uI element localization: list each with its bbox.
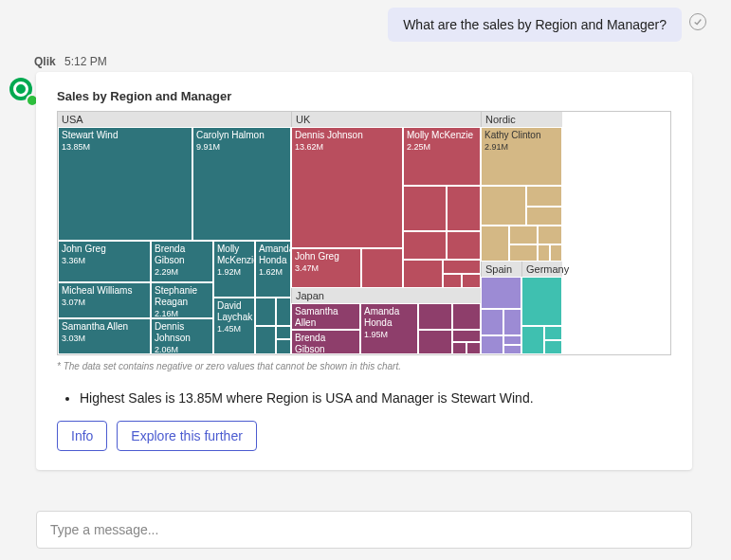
cell-usa-micheal[interactable]: Micheal Williams3.07M [58,282,151,318]
cell-nordic-small-9[interactable] [550,244,562,262]
cell-uk-small-6[interactable] [403,260,443,288]
cell-uk-dennis[interactable]: Dennis Johnson13.62M [291,127,403,248]
user-message-row: What are the sales by Region and Manager… [388,8,706,42]
cell-jp-small-2[interactable] [452,303,481,330]
cell-usa-small-3[interactable] [255,326,276,354]
message-composer[interactable]: Type a message... [36,511,692,549]
cell-usa-johngreg[interactable]: John Greg3.36M [58,241,151,282]
cell-usa-small-1[interactable] [255,298,276,326]
bot-name: Qlik [34,55,56,68]
insights-list: Highest Sales is 13.85M where Region is … [80,390,671,406]
explore-button[interactable]: Explore this further [117,421,257,451]
cell-uk-molly[interactable]: Molly McKenzie2.25M [403,127,481,186]
cell-germany-1[interactable] [521,277,562,326]
chart-title: Sales by Region and Manager [57,89,671,103]
cell-usa-samantha[interactable]: Samantha Allen3.03M [58,318,151,354]
card-actions: Info Explore this further [57,421,671,451]
cell-nordic-small-1[interactable] [481,186,526,226]
cell-spain-6[interactable] [503,345,521,354]
cell-jp-samantha[interactable]: Samantha Allen2.3M [291,303,360,330]
cell-nordic-small-8[interactable] [538,244,550,262]
cell-germany-3[interactable] [544,326,562,340]
bot-time: 5:12 PM [64,55,107,68]
cell-spain-4[interactable] [481,335,503,354]
cell-nordic-small-4[interactable] [481,226,509,262]
cell-uk-johngreg[interactable]: John Greg3.47M [291,248,361,288]
read-receipt-icon [689,13,706,30]
cell-usa-amanda[interactable]: Amanda Honda1.62M [255,241,291,298]
cell-usa-stewart[interactable]: Stewart Wind13.85M [58,127,192,241]
cell-nordic-small-6[interactable] [538,226,562,244]
cell-jp-brenda[interactable]: Brenda Gibson1.99M [291,330,360,354]
cell-spain-3[interactable] [503,309,521,335]
cell-spain-5[interactable] [503,335,521,345]
cell-jp-small-3[interactable] [418,330,452,354]
response-card: Sales by Region and Manager USA UK Nordi… [36,72,692,470]
cell-jp-small-4[interactable] [452,330,481,342]
region-header-uk[interactable]: UK [291,112,481,127]
cell-spain-2[interactable] [481,309,503,335]
cell-jp-small-1[interactable] [418,303,452,330]
cell-nordic-kathy[interactable]: Kathy Clinton2.91M [481,127,562,186]
cell-uk-small-1[interactable] [403,186,447,231]
cell-nordic-small-7[interactable] [509,244,538,262]
cell-jp-small-6[interactable] [466,342,481,354]
region-header-nordic[interactable]: Nordic [481,112,562,127]
cell-jp-amanda[interactable]: Amanda Honda1.95M [360,303,418,354]
composer-placeholder: Type a message... [50,522,158,537]
cell-usa-small-4[interactable] [276,326,291,339]
cell-usa-small-5[interactable] [276,339,291,354]
treemap-chart[interactable]: USA UK Nordic Japan Spain Germany Stewar… [57,111,671,355]
info-button[interactable]: Info [57,421,107,451]
cell-nordic-small-2[interactable] [526,186,562,207]
cell-uk-small-5[interactable] [361,248,403,288]
user-message-bubble: What are the sales by Region and Manager… [388,8,682,42]
cell-spain-1[interactable] [481,277,521,309]
cell-usa-brenda[interactable]: Brenda Gibson2.29M [151,241,213,282]
region-header-japan[interactable]: Japan [291,288,481,303]
cell-usa-dennis[interactable]: Dennis Johnson2.06M [151,318,213,354]
cell-usa-david[interactable]: David Laychak1.45M [213,298,255,354]
cell-uk-small-7[interactable] [443,260,481,274]
cell-germany-4[interactable] [544,340,562,354]
cell-usa-stephanie[interactable]: Stephanie Reagan2.16M [151,282,213,318]
region-header-germany[interactable]: Germany [521,262,562,277]
region-header-spain[interactable]: Spain [481,262,521,277]
cell-uk-small-8[interactable] [443,274,462,288]
cell-jp-small-5[interactable] [452,342,466,354]
cell-uk-small-3[interactable] [403,231,447,260]
chart-footnote: * The data set contains negative or zero… [57,361,671,371]
region-header-usa[interactable]: USA [58,112,291,127]
bot-header: Qlik 5:12 PM [34,55,107,68]
cell-uk-small-4[interactable] [447,231,481,260]
cell-nordic-small-5[interactable] [509,226,538,244]
cell-usa-small-2[interactable] [276,298,291,326]
insight-bullet: Highest Sales is 13.85M where Region is … [80,390,671,406]
cell-usa-molly[interactable]: Molly McKenzie1.92M [213,241,255,298]
cell-germany-2[interactable] [521,326,544,354]
cell-uk-small-9[interactable] [462,274,481,288]
cell-nordic-small-3[interactable] [526,207,562,226]
cell-usa-carolyn[interactable]: Carolyn Halmon9.91M [192,127,291,241]
cell-uk-small-2[interactable] [447,186,481,231]
